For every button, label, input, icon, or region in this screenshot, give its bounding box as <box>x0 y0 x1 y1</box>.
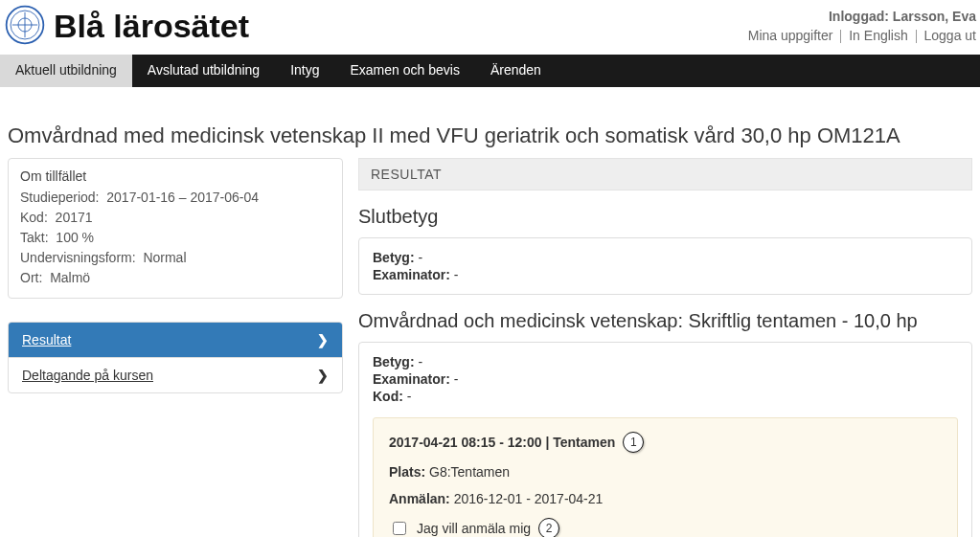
final-examiner-row: Examinator: - <box>373 267 958 282</box>
exam-registration-line: Anmälan: 2016-12-01 - 2017-04-21 <box>389 491 942 506</box>
nav-completed-education[interactable]: Avslutad utbildning <box>132 55 275 87</box>
callout-marker-2: 2 <box>538 518 559 537</box>
final-grade-row: Betyg: - <box>373 250 958 265</box>
site-name: Blå lärosätet <box>54 8 249 45</box>
header-right: Inloggad: Larsson, Eva Mina uppgifter In… <box>748 8 976 45</box>
final-grade-heading: Slutbetyg <box>358 206 972 228</box>
logout-link[interactable]: Logga ut <box>924 28 977 43</box>
nav-cases[interactable]: Ärenden <box>475 55 557 87</box>
exam-datetime-line: 2017-04-21 08:15 - 12:00 | Tentamen 1 <box>389 432 942 453</box>
sidenav: Resultat ❯ Deltagande på kursen ❯ <box>8 322 343 393</box>
final-grade-card: Betyg: - Examinator: - <box>358 237 972 295</box>
exam-signup-line: Jag vill anmäla mig 2 <box>389 518 942 537</box>
logged-in-label: Inloggad: <box>829 9 889 24</box>
nav-current-education[interactable]: Aktuell utbildning <box>0 55 132 87</box>
module-grade-row: Betyg: - <box>373 354 958 369</box>
header-left: Blå lärosätet <box>4 4 249 49</box>
about-pace: Takt: 100 % <box>20 228 330 248</box>
exam-box: 2017-04-21 08:15 - 12:00 | Tentamen 1 Pl… <box>373 417 958 537</box>
module-card: Betyg: - Examinator: - Kod: - 2017-04-21… <box>358 342 972 537</box>
chevron-right-icon: ❯ <box>317 332 329 347</box>
header: Blå lärosätet Inloggad: Larsson, Eva Min… <box>0 0 980 55</box>
header-links: Mina uppgifter In English Logga ut <box>748 27 976 46</box>
callout-marker-1: 1 <box>623 432 644 453</box>
my-info-link[interactable]: Mina uppgifter <box>748 28 833 43</box>
module-examiner-row: Examinator: - <box>373 371 958 387</box>
left-column: Om tillfället Studieperiod: 2017-01-16 –… <box>8 158 343 393</box>
english-link[interactable]: In English <box>849 28 907 43</box>
right-column: RESULTAT Slutbetyg Betyg: - Examinator: … <box>358 158 972 537</box>
about-location: Ort: Malmö <box>20 268 330 288</box>
page: Omvårdnad med medicinsk vetenskap II med… <box>0 87 980 537</box>
about-form: Undervisningsform: Normal <box>20 248 330 268</box>
results-header: RESULTAT <box>358 158 972 190</box>
navbar: Aktuell utbildning Avslutad utbildning I… <box>0 55 980 87</box>
about-card: Om tillfället Studieperiod: 2017-01-16 –… <box>8 158 343 299</box>
user-name: Larsson, Eva <box>893 9 976 24</box>
logged-in-line: Inloggad: Larsson, Eva <box>748 8 976 27</box>
about-code: Kod: 20171 <box>20 208 330 228</box>
about-study-period: Studieperiod: 2017-01-16 – 2017-06-04 <box>20 188 330 208</box>
sidenav-participation[interactable]: Deltagande på kursen ❯ <box>9 357 342 392</box>
module-heading: Omvårdnad och medicinsk vetenskap: Skrif… <box>358 310 972 332</box>
sidenav-item-label: Deltagande på kursen <box>22 368 153 383</box>
module-code-row: Kod: - <box>373 389 958 404</box>
sidenav-item-label: Resultat <box>22 332 71 347</box>
nav-degree[interactable]: Examen och bevis <box>335 55 475 87</box>
sidenav-results[interactable]: Resultat ❯ <box>9 323 342 357</box>
nav-certificates[interactable]: Intyg <box>275 55 334 87</box>
chevron-right-icon: ❯ <box>317 368 329 383</box>
signup-text: Jag vill anmäla mig <box>417 521 531 536</box>
signup-checkbox[interactable] <box>393 522 406 535</box>
about-title: Om tillfället <box>20 168 330 184</box>
page-title: Omvårdnad med medicinsk vetenskap II med… <box>8 123 972 148</box>
columns: Om tillfället Studieperiod: 2017-01-16 –… <box>8 158 972 537</box>
logo <box>4 4 46 49</box>
exam-place-line: Plats: G8:Tentamen <box>389 464 942 480</box>
